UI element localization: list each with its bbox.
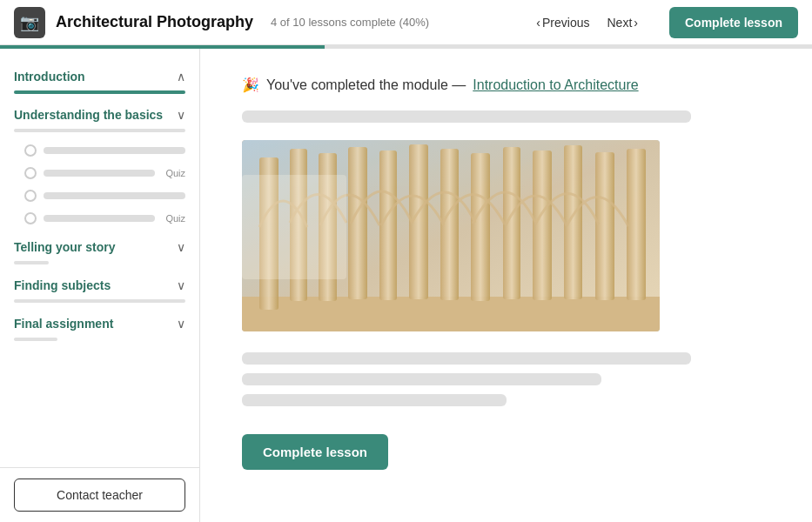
svg-rect-15 (242, 175, 346, 279)
content-after-image (242, 352, 770, 406)
sidebar-section-finding: Finding subjects ∨ (0, 271, 199, 303)
sidebar-section-header-introduction[interactable]: Introduction ∧ (0, 63, 199, 90)
arch-illustration (242, 140, 660, 331)
completed-text: You've completed the module — (266, 77, 466, 93)
sidebar-section-title-final: Final assignment (14, 317, 113, 331)
sidebar-section-header-finding[interactable]: Finding subjects ∨ (0, 271, 199, 299)
top-nav: 📷 Architectural Photography 4 of 10 less… (0, 0, 812, 45)
complete-lesson-nav-button[interactable]: Complete lesson (669, 7, 798, 38)
nav-prev-next: ‹ Previous Next › (529, 10, 645, 35)
sidebar-section-title-telling: Telling your story (14, 240, 115, 254)
course-title: Architectural Photography (56, 13, 253, 31)
sidebar-contact: Contact teacher (0, 467, 199, 522)
complete-lesson-main-button[interactable]: Complete lesson (242, 434, 388, 470)
sidebar-section-header-understanding[interactable]: Understanding the basics ∨ (0, 101, 199, 129)
sidebar-section-title-finding: Finding subjects (14, 278, 111, 292)
svg-rect-9 (471, 153, 490, 301)
contact-teacher-button[interactable]: Contact teacher (14, 478, 185, 512)
sidebar-section-introduction: Introduction ∧ (0, 63, 199, 94)
chevron-down-icon-understanding: ∨ (177, 108, 185, 122)
content-placeholder-1 (242, 352, 691, 365)
sidebar-section-bar-final (14, 338, 57, 341)
list-item[interactable]: Quiz (0, 162, 199, 184)
list-item[interactable]: Quiz (0, 207, 199, 230)
svg-rect-11 (533, 151, 552, 300)
sidebar-section-header-telling[interactable]: Telling your story ∨ (0, 233, 199, 261)
chevron-up-icon: ∧ (177, 70, 185, 84)
sidebar-section-bar-understanding (14, 129, 185, 132)
sidebar-section-title-understanding: Understanding the basics (14, 108, 163, 122)
content-placeholder-top (242, 110, 691, 123)
lesson-label-bar-1 (44, 147, 185, 154)
list-item (0, 139, 199, 162)
progress-text: 4 of 10 lessons complete (40%) (271, 16, 429, 29)
lesson-radio-2 (24, 167, 37, 179)
sidebar-section-bar-introduction (14, 90, 185, 94)
chevron-left-icon: ‹ (536, 16, 540, 30)
svg-rect-12 (564, 145, 582, 299)
lesson-radio-1 (24, 144, 37, 157)
lesson-label-bar-3 (44, 192, 185, 199)
svg-rect-13 (595, 152, 614, 300)
arch-image (242, 140, 660, 331)
svg-rect-14 (627, 149, 646, 300)
chevron-down-icon-finding: ∨ (177, 278, 185, 292)
content-placeholder-3 (242, 394, 507, 406)
lesson-radio-3 (24, 190, 37, 202)
next-label: Next (607, 16, 633, 30)
sidebar-content: Introduction ∧ Understanding the basics … (0, 49, 199, 467)
sidebar-section-telling: Telling your story ∨ (0, 233, 199, 264)
arch-image-inner (242, 140, 660, 331)
main-content: 🎉 You've completed the module — Introduc… (200, 49, 812, 522)
lesson-label-bar-2 (44, 170, 155, 177)
lesson-radio-4 (24, 212, 37, 224)
sidebar-section-bar-finding (14, 299, 185, 303)
chevron-down-icon-final: ∨ (177, 317, 185, 331)
sidebar-section-final: Final assignment ∨ (0, 310, 199, 341)
sidebar-section-bar-telling (14, 261, 49, 264)
previous-label: Previous (542, 16, 589, 30)
content-placeholder-2 (242, 373, 601, 385)
layout: Introduction ∧ Understanding the basics … (0, 49, 812, 522)
completed-emoji: 🎉 (242, 77, 259, 93)
module-completed-banner: 🎉 You've completed the module — Introduc… (242, 77, 770, 93)
sidebar-section-understanding: Understanding the basics ∨ Quiz (0, 101, 199, 230)
list-item (0, 184, 199, 207)
sidebar-section-title-introduction: Introduction (14, 70, 85, 84)
next-button[interactable]: Next › (601, 10, 645, 35)
svg-rect-1 (242, 297, 660, 331)
chevron-down-icon-telling: ∨ (177, 240, 185, 254)
sidebar: Introduction ∧ Understanding the basics … (0, 49, 200, 522)
course-logo: 📷 (14, 7, 45, 38)
chevron-right-icon: › (634, 16, 638, 30)
module-link[interactable]: Introduction to Architecture (473, 77, 638, 93)
lesson-label-bar-4 (44, 215, 155, 222)
quiz-label-1: Quiz (165, 168, 185, 178)
sidebar-section-header-final[interactable]: Final assignment ∨ (0, 310, 199, 338)
quiz-label-2: Quiz (165, 213, 185, 224)
previous-button[interactable]: ‹ Previous (529, 10, 596, 35)
